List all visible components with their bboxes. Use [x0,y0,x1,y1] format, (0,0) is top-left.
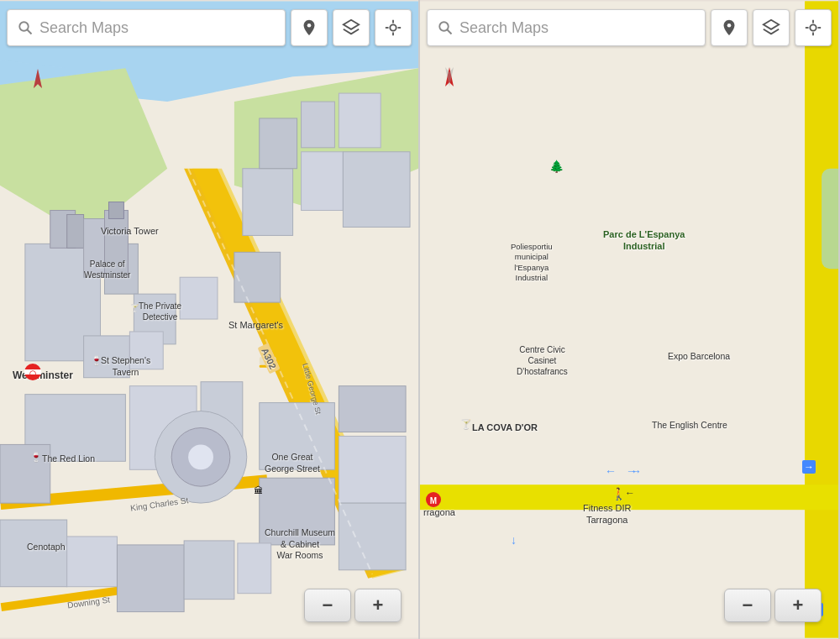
left-search-placeholder: Search Maps [39,19,129,37]
svg-point-55 [307,24,312,28]
arrow-crossed: ← [625,487,635,499]
right-search-icon [438,20,453,35]
pub-icon-st-stephens: 🍷 [91,355,102,366]
svg-rect-40 [0,520,67,587]
right-layers-button[interactable] [753,9,790,46]
svg-rect-15 [105,211,129,278]
right-map-panel: Parc de L'EspanyaIndustrial Poliesportiu… [420,0,840,639]
tree-icon-park: 🌲 [549,160,564,173]
svg-rect-73 [822,169,838,270]
svg-rect-38 [339,503,406,570]
left-map-svg [0,0,418,639]
pub-icon-red-lion: 🍷 [30,452,42,463]
arrow-blue-box: → [802,460,816,474]
svg-rect-42 [117,545,184,612]
svg-rect-22 [343,152,410,228]
svg-rect-35 [260,403,335,470]
svg-point-120 [727,24,732,28]
svg-rect-39 [339,386,406,432]
svg-rect-14 [84,218,105,277]
right-map-svg [420,0,838,639]
compass-arrow-left [25,67,50,92]
right-search-placeholder: Search Maps [459,19,549,37]
svg-rect-27 [129,332,163,369]
arrow-right-3: → [626,464,638,478]
arrow-left-1: ← [605,464,617,478]
left-map-panel: Victoria Tower Palace ofWestminster The … [0,0,420,639]
svg-point-118 [439,22,449,31]
svg-point-34 [188,444,213,469]
svg-rect-44 [238,543,271,594]
svg-line-54 [27,29,31,34]
svg-rect-36 [260,478,335,545]
svg-rect-20 [302,102,335,148]
left-search-bar: Search Maps [7,7,412,49]
svg-rect-43 [184,541,234,600]
right-zoom-controls: − + [724,589,822,622]
bar-icon-la-cova: 🍸 [460,419,472,430]
svg-rect-16 [108,202,123,219]
svg-point-122 [810,24,816,30]
svg-line-119 [447,29,451,34]
arrow-down-1: ↓ [511,533,517,547]
left-location-button[interactable] [375,9,412,46]
svg-text:M: M [430,496,437,505]
right-search-input-wrap[interactable]: Search Maps [427,9,706,46]
svg-rect-37 [339,436,406,503]
svg-marker-56 [344,20,359,29]
svg-rect-29 [0,444,50,503]
left-zoom-minus[interactable]: − [304,589,351,622]
left-search-icon [18,20,33,35]
svg-rect-18 [302,152,344,211]
right-zoom-minus[interactable]: − [724,589,771,622]
left-layers-button[interactable] [333,9,370,46]
left-pin-button[interactable] [291,9,328,46]
svg-marker-121 [764,20,779,29]
svg-rect-41 [67,537,118,587]
pub-icon-private-detective: 🍸 [130,304,139,312]
museum-icon: 🏛 [254,485,263,495]
right-location-button[interactable] [795,9,832,46]
right-zoom-plus[interactable]: + [774,589,822,622]
svg-rect-25 [234,252,281,302]
svg-rect-62 [420,2,838,638]
right-pin-button[interactable] [711,9,748,46]
metro-icon-tarragona: M [425,491,442,508]
svg-rect-21 [339,93,381,148]
svg-marker-65 [805,2,838,638]
svg-rect-17 [243,169,293,236]
svg-rect-19 [260,118,297,169]
left-zoom-plus[interactable]: + [354,589,402,622]
left-search-input-wrap[interactable]: Search Maps [7,9,286,46]
tube-icon-westminster: ◯ [24,363,42,381]
svg-marker-49 [34,69,42,88]
compass-arrow-right [437,65,462,91]
left-zoom-controls: − + [304,589,402,622]
svg-point-57 [390,24,396,30]
svg-rect-13 [67,215,84,249]
right-search-bar: Search Maps [427,7,832,49]
svg-text:◯: ◯ [29,370,36,377]
svg-rect-24 [180,277,218,319]
pedestrian-icon: 🚶 [612,487,626,500]
svg-point-53 [19,22,29,31]
